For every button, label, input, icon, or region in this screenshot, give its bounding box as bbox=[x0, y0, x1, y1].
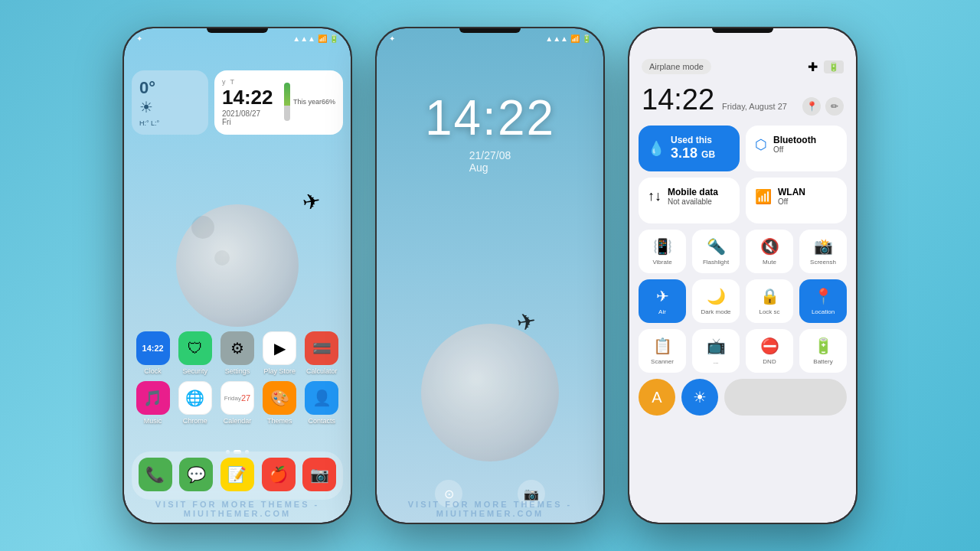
mute-btn[interactable]: 🔇 Mute bbox=[746, 230, 793, 273]
app-themes[interactable]: 🎨 Themes bbox=[260, 381, 299, 425]
wlan-label: WLAN bbox=[778, 187, 805, 197]
vibrate-icon: 📳 bbox=[653, 237, 672, 256]
cc-header: Airplane mode ✚ 🔋 bbox=[629, 28, 856, 80]
weather-icon: ☀ bbox=[139, 98, 201, 116]
mobile-data-tile[interactable]: ↑↓ Mobile data Not available bbox=[639, 178, 740, 223]
lockscreen-btn[interactable]: 🔒 Lock sc bbox=[746, 279, 793, 323]
brightness-btn[interactable]: ☀ bbox=[681, 379, 718, 416]
app-chrome[interactable]: 🌐 Chrome bbox=[175, 381, 215, 425]
wlan-tile[interactable]: 📶 WLAN Off bbox=[746, 178, 847, 223]
signal-icon: ▲▲▲ bbox=[292, 34, 315, 43]
lockscreen-bg: ✦ ▲▲▲ 📶 🔋 14:22 21/27/08 Aug ✈ ⊙ bbox=[377, 28, 603, 523]
screenshot-btn[interactable]: 📸 Screensh bbox=[799, 230, 847, 273]
dock-camera[interactable]: 📷 bbox=[299, 458, 339, 494]
camera-icon: 📷 bbox=[302, 458, 336, 491]
wlan-icon: 📶 bbox=[755, 188, 772, 205]
location-btn[interactable]: 📍 Location bbox=[799, 279, 847, 323]
cc-header-icons: ✚ 🔋 bbox=[808, 60, 844, 74]
date-widget[interactable]: y T 14:22 2021/08/27 Fri This year66% bbox=[214, 70, 343, 135]
cc-edit-icon[interactable]: ✏ bbox=[825, 97, 844, 116]
app-contacts[interactable]: 👤 Contacts bbox=[302, 381, 341, 425]
calculator-icon: 🟰 bbox=[305, 331, 338, 365]
dock-messages[interactable]: 💬 bbox=[176, 458, 216, 494]
cc-bottom-row: A ☀ bbox=[629, 373, 856, 416]
mobile-data-status: Not available bbox=[668, 197, 718, 206]
phone-2: ✦ ▲▲▲ 📶 🔋 14:22 21/27/08 Aug ✈ ⊙ bbox=[375, 27, 605, 524]
app-music[interactable]: 🎵 Music bbox=[133, 381, 173, 425]
chrome-label: Chrome bbox=[183, 417, 207, 425]
lock-camera-icon[interactable]: 📷 bbox=[518, 480, 545, 507]
app-clock[interactable]: 14:22 Clock bbox=[133, 331, 173, 375]
flashlight-icon: 🔦 bbox=[707, 237, 726, 256]
cc-location-icon[interactable]: 📍 bbox=[802, 97, 821, 116]
vibrate-btn[interactable]: 📳 Vibrate bbox=[639, 230, 686, 273]
signal-icon-2: ▲▲▲ bbox=[545, 34, 568, 43]
phone-3: Airplane mode ✚ 🔋 14:22 Friday, August 2… bbox=[628, 27, 858, 524]
lock-moon: ✈ bbox=[421, 324, 559, 461]
moon-image bbox=[176, 204, 299, 327]
airplane-btn-icon: ✈ bbox=[656, 287, 669, 305]
battery-saver-btn[interactable]: 🔋 Battery bbox=[799, 329, 847, 373]
year-percent: This year66% bbox=[293, 98, 335, 106]
dock-phone[interactable]: 📞 bbox=[136, 458, 175, 494]
mobile-data-icon: ↑↓ bbox=[648, 188, 662, 204]
cc-icon-grid-3: 📋 Scanner 📺 ... ⛔ DND 🔋 Battery bbox=[629, 329, 856, 373]
lock-home-icon[interactable]: ⊙ bbox=[435, 480, 462, 507]
battery-icon-2: 🔋 bbox=[582, 34, 591, 43]
clock-label: Clock bbox=[144, 367, 162, 375]
apps-row-2: 🎵 Music 🌐 Chrome Friday27 Calendar bbox=[132, 381, 343, 425]
apps-row-1: 14:22 Clock 🛡 Security ⚙ Settings ▶ Play… bbox=[132, 331, 343, 375]
app-calculator[interactable]: 🟰 Calculator bbox=[302, 331, 341, 375]
airplane-btn[interactable]: ✈ Air bbox=[639, 279, 686, 323]
app-settings[interactable]: ⚙ Settings bbox=[217, 331, 257, 375]
bluetooth-tile[interactable]: ⬡ Bluetooth Off bbox=[746, 126, 847, 171]
lock-time: 14:22 bbox=[425, 90, 555, 146]
widget-t-label: T bbox=[230, 78, 235, 86]
bluetooth-icon: ✦ bbox=[136, 34, 142, 43]
cc-battery: 🔋 bbox=[824, 60, 844, 73]
settings-icon: ⚙ bbox=[220, 331, 254, 365]
settings-label: Settings bbox=[225, 367, 250, 375]
temperature: 0° bbox=[139, 78, 201, 98]
airplane-mode-badge[interactable]: Airplane mode bbox=[642, 59, 711, 74]
messages-icon: 💬 bbox=[179, 458, 213, 491]
dock-notes[interactable]: 📝 bbox=[217, 458, 257, 494]
lock-bottom-bar: ⊙ 📷 bbox=[377, 480, 603, 507]
cc-icon-grid-1: 📳 Vibrate 🔦 Flashlight 🔇 Mute 📸 Screensh bbox=[629, 230, 856, 273]
dnd-btn[interactable]: ⛔ DND bbox=[746, 329, 793, 373]
cc-add-icon[interactable]: ✚ bbox=[808, 60, 818, 74]
weather-widget[interactable]: 0° ☀ H:° L:° bbox=[132, 70, 208, 135]
data-value: 3.18 GB bbox=[671, 145, 715, 161]
calendar-icon: Friday27 bbox=[220, 381, 254, 415]
scanner-btn[interactable]: 📋 Scanner bbox=[639, 329, 686, 373]
lock-date: 21/27/08 Aug bbox=[469, 149, 511, 174]
cc-date-icons: 📍 ✏ bbox=[802, 97, 844, 116]
brightness-slider[interactable] bbox=[724, 379, 847, 416]
battery-icon: 🔋 bbox=[329, 34, 338, 43]
phone-1: ✦ ▲▲▲ 📶 🔋 0° ☀ H:° L:° bbox=[122, 27, 352, 524]
data-tile-icon: 💧 bbox=[648, 140, 665, 157]
app-dock: 📞 💬 📝 🍎 📷 bbox=[132, 452, 343, 500]
music-label: Music bbox=[144, 417, 162, 425]
screen-record-btn[interactable]: 📺 ... bbox=[692, 329, 740, 373]
theme-btn[interactable]: A bbox=[639, 379, 675, 416]
mobile-data-label: Mobile data bbox=[668, 187, 718, 197]
darkmode-icon: 🌙 bbox=[707, 287, 726, 305]
flashlight-btn[interactable]: 🔦 Flashlight bbox=[692, 230, 740, 273]
dock-food[interactable]: 🍎 bbox=[259, 458, 299, 494]
dnd-icon: ⛔ bbox=[760, 337, 779, 355]
contacts-icon: 👤 bbox=[305, 381, 338, 415]
app-security[interactable]: 🛡 Security bbox=[175, 331, 215, 375]
security-label: Security bbox=[183, 367, 208, 375]
data-tile[interactable]: 💧 Used this 3.18 GB bbox=[639, 126, 740, 171]
cc-date: Friday, August 27 bbox=[722, 102, 787, 111]
widget-date: 2021/08/27 bbox=[222, 109, 273, 118]
cc-tiles: 💧 Used this 3.18 GB ⬡ Bluetooth Off bbox=[629, 126, 856, 223]
lock-moon-area: ✈ bbox=[377, 324, 603, 461]
darkmode-btn[interactable]: 🌙 Dark mode bbox=[692, 279, 740, 323]
notes-icon: 📝 bbox=[220, 458, 254, 491]
cc-time: 14:22 bbox=[642, 83, 714, 116]
bluetooth-tile-label: Bluetooth bbox=[773, 135, 816, 145]
app-calendar[interactable]: Friday27 Calendar bbox=[217, 381, 257, 425]
app-playstore[interactable]: ▶ Play Store bbox=[260, 331, 299, 375]
